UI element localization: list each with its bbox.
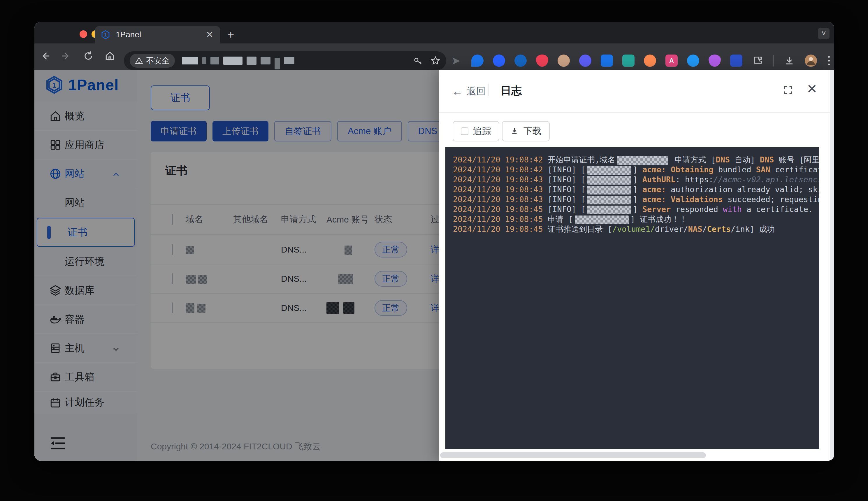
redacted-log-text [587, 205, 631, 214]
log-line: 2024/11/20 19:08:42 开始申请证书,域名 申请方式 [DNS … [453, 155, 819, 165]
log-line: 2024/11/20 19:08:43 [INFO] [] acme: auth… [453, 184, 819, 194]
log-line: 2024/11/20 19:08:43 [INFO] [] acme: Vali… [453, 194, 819, 204]
not-secure-label: 不安全 [146, 55, 170, 66]
home-icon[interactable] [104, 51, 116, 63]
close-icon[interactable]: ✕ [806, 83, 817, 95]
trace-checkbox[interactable] [461, 127, 468, 135]
redacted-log-text [587, 176, 631, 184]
close-window-button[interactable] [79, 30, 87, 38]
forward-icon[interactable] [60, 51, 72, 63]
striped-notes-icon[interactable] [730, 54, 742, 67]
downloads-icon[interactable] [783, 54, 795, 67]
browser-tab[interactable]: 1 1Panel ✕ [95, 26, 220, 43]
warning-triangle-icon [135, 56, 143, 65]
toolbar-separator [773, 55, 774, 66]
trace-toggle-button[interactable]: 追踪 [453, 121, 499, 141]
moon-circle-icon[interactable] [579, 54, 592, 67]
horizontal-scrollbar[interactable] [440, 452, 706, 458]
log-line: 2024/11/20 19:08:42 [INFO] [] acme: Obta… [453, 165, 819, 175]
back-icon[interactable] [39, 51, 51, 63]
back-label: 返回 [467, 85, 486, 98]
reload-icon[interactable] [82, 51, 95, 63]
redacted-log-text [575, 215, 629, 224]
redacted-log-text [587, 196, 631, 204]
log-line: 2024/11/20 19:08:43 [INFO] [] AuthURL: h… [453, 175, 819, 184]
password-key-icon[interactable] [413, 56, 423, 66]
flame-icon[interactable] [644, 54, 656, 67]
extensions-row: ➤A [450, 51, 832, 70]
fullscreen-icon[interactable] [783, 85, 793, 95]
screenshot-stage: { "browser": { "tab_title": "1Panel", "c… [0, 0, 868, 501]
ring-circle-icon[interactable] [687, 54, 699, 67]
browser-menu-kebab-icon[interactable] [826, 56, 832, 65]
back-button[interactable]: ← 返回 [452, 85, 486, 98]
header-separator [488, 84, 488, 96]
drawer-title: 日志 [501, 84, 522, 98]
paper-plane-icon[interactable]: ➤ [450, 54, 462, 67]
browser-toolbar: 不安全 ➤A [34, 43, 834, 70]
log-drawer: ← 返回 日志 ✕ 追踪 [439, 70, 834, 461]
not-secure-badge[interactable]: 不安全 [130, 54, 175, 68]
log-line: 2024/11/20 19:08:45 申请 [] 证书成功！！ [453, 214, 819, 224]
download-label: 下载 [523, 125, 542, 137]
vertical-scrollbar[interactable] [830, 70, 834, 461]
redacted-log-text [587, 166, 631, 175]
download-icon [510, 127, 519, 136]
svg-text:1: 1 [104, 32, 107, 37]
bird-icon[interactable] [514, 54, 527, 67]
bookmark-star-icon[interactable] [431, 56, 441, 66]
redacted-log-text [617, 156, 668, 165]
puzzle-extensions-icon[interactable] [752, 54, 764, 67]
arrow-left-icon: ← [452, 87, 463, 96]
gradient-m-icon[interactable] [622, 54, 634, 67]
location-pin-icon[interactable] [471, 54, 484, 67]
new-tab-button[interactable]: + [227, 30, 234, 40]
pocket-icon[interactable] [536, 54, 548, 67]
onepanel-favicon: 1 [100, 30, 110, 40]
trace-label: 追踪 [473, 125, 491, 137]
redacted-url [182, 55, 413, 66]
shield-gradient-icon[interactable] [708, 54, 721, 67]
locked-file-icon[interactable] [601, 54, 613, 67]
drawer-header: ← 返回 日志 ✕ [439, 70, 834, 112]
download-log-button[interactable]: 下载 [502, 121, 550, 141]
profile-avatar[interactable] [805, 54, 817, 67]
face-avatar-icon[interactable] [557, 54, 570, 67]
browser-tab-strip: 1 1Panel ✕ + ˅ [34, 22, 834, 43]
log-console[interactable]: 2024/11/20 19:08:42 开始申请证书,域名 申请方式 [DNS … [445, 147, 819, 449]
tab-overflow-chevron-icon[interactable]: ˅ [818, 28, 829, 39]
redacted-log-text [587, 186, 631, 194]
header-divider [439, 112, 834, 113]
log-line: 2024/11/20 19:08:45 证书推送到目录 [/volume1/dr… [453, 224, 819, 234]
address-bar[interactable]: 不安全 [124, 51, 446, 70]
tab-title: 1Panel [116, 30, 205, 39]
translate-icon[interactable]: A [665, 54, 678, 67]
browser-window: 1 1Panel ✕ + ˅ 不安全 [34, 22, 834, 461]
log-line: 2024/11/20 19:08:45 [INFO] [] Server res… [453, 204, 819, 214]
swirl-icon[interactable] [493, 54, 505, 67]
close-tab-icon[interactable]: ✕ [205, 29, 215, 40]
modal-dim-overlay[interactable] [34, 70, 439, 461]
app-content: 1 1Panel 概览 应用商店 [34, 70, 834, 461]
